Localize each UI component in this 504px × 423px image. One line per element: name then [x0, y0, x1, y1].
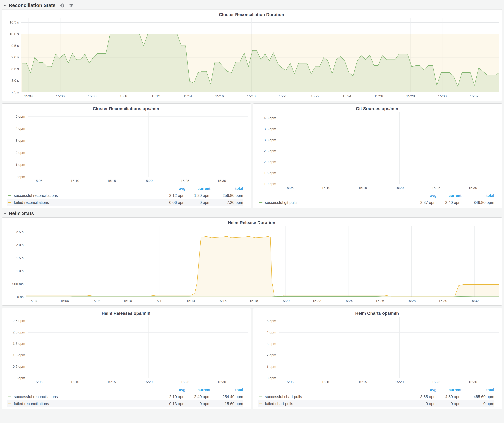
grid-line [279, 344, 499, 344]
legend-stat-value: 3.85 opm [410, 394, 437, 399]
panel-title[interactable]: Cluster Reconciliation Duration [4, 11, 499, 18]
x-axis-label: 15:26 [374, 94, 383, 98]
line-chart-canvas [26, 226, 499, 297]
x-axis-label: 15:32 [470, 299, 479, 303]
grid-line [148, 317, 149, 378]
chevron-down-icon[interactable] [3, 4, 6, 7]
x-axis-label: 15:24 [342, 94, 351, 98]
legend-stat-value: 2.40 opm [437, 200, 462, 205]
y-axis: 4.0 opm3.5 opm3.0 opm2.5 opm2.0 opm1.5 o… [255, 112, 279, 184]
x-axis: 15:0515:1015:1515:2015:2515:30 [28, 177, 248, 184]
legend-column-header[interactable]: total [210, 186, 243, 191]
panel-title[interactable]: Helm Release Duration [4, 219, 499, 226]
x-axis-label: 15:14 [183, 94, 192, 98]
y-axis: 2.5 opm2.0 opm1.5 opm1.0 opm0.5 opm0 opm [4, 317, 28, 378]
y-axis-label: 2.5 opm [13, 319, 25, 323]
legend-series: successful git pulls [258, 200, 410, 205]
legend-column-header[interactable]: current [186, 388, 210, 392]
y-axis-label: 2.0 opm [264, 160, 276, 164]
section-title[interactable]: Reconciliation Stats [9, 3, 55, 8]
legend-series: failed reconciliations [7, 401, 159, 406]
legend-stat-value: 254.40 opm [210, 394, 243, 399]
helm-release-yellow-fill [26, 236, 499, 297]
legend-series: successful chart pulls [258, 394, 410, 399]
grid-line [28, 332, 248, 333]
grid-line [289, 112, 289, 184]
y-axis-label: 5 opm [16, 114, 25, 118]
section-title[interactable]: Helm Stats [9, 211, 34, 216]
y-axis-label: 9.5 s [11, 44, 19, 48]
chevron-down-icon[interactable] [3, 212, 6, 215]
legend-stat-value: 2.10 opm [159, 394, 186, 399]
legend-series-label[interactable]: failed chart pulls [265, 401, 293, 406]
trash-icon[interactable] [69, 3, 73, 8]
legend-cluster-reconciliations: avgcurrenttotalsuccessful reconciliation… [4, 184, 248, 207]
x-axis-label: 15:28 [406, 94, 415, 98]
panel-title[interactable]: Helm Charts ops/min [255, 310, 499, 317]
legend-series-label[interactable]: successful chart pulls [265, 394, 302, 399]
x-axis-label: 15:14 [186, 299, 195, 303]
grid-line [279, 332, 499, 333]
x-axis-label: 15:06 [56, 94, 65, 98]
y-axis-label: 1.0 opm [13, 353, 25, 357]
legend-stat-value: 256.80 opm [210, 193, 243, 198]
x-axis-label: 15:32 [470, 94, 479, 98]
x-axis-label: 15:30 [438, 94, 447, 98]
x-axis-label: 15:25 [181, 380, 189, 384]
legend-column-header[interactable]: total [210, 388, 243, 392]
panel-cluster-reconciliations: Cluster Reconciliations ops/min 5 opm4 o… [2, 103, 251, 208]
legend-column-header[interactable]: total [462, 194, 494, 198]
panel-title[interactable]: Cluster Reconciliations ops/min [4, 105, 248, 112]
panel-helm-charts: Helm Charts ops/min 5 opm4 opm3 opm2 opm… [253, 308, 502, 409]
legend-column-header[interactable]: total [462, 388, 494, 392]
legend-column-header[interactable]: avg [159, 388, 186, 392]
y-axis-label: 4 opm [16, 127, 25, 131]
panel-git-sources: Git Sources ops/min 4.0 opm3.5 opm3.0 op… [253, 103, 502, 208]
legend-column-header[interactable]: avg [410, 388, 437, 392]
y-axis-label: 3 opm [267, 342, 276, 346]
legend-series: failed chart pulls [258, 401, 410, 406]
legend-header-row: avgcurrenttotal [258, 192, 494, 199]
legend-column-header[interactable]: current [437, 388, 462, 392]
legend-stat-value: 0 opm [186, 200, 210, 205]
grid-line [436, 112, 436, 184]
panel-title[interactable]: Git Sources ops/min [255, 105, 499, 112]
legend-series: successful reconciliations [7, 394, 159, 399]
x-axis-label: 15:05 [34, 179, 42, 183]
grid-line [279, 118, 499, 118]
legend-series-label[interactable]: failed reconciliations [14, 200, 49, 205]
grid-line [279, 355, 499, 355]
legend-column-header[interactable]: avg [159, 186, 186, 191]
panel-title[interactable]: Helm Releases ops/min [4, 310, 248, 317]
legend-row: successful chart pulls3.85 opm4.80 opm46… [258, 393, 494, 400]
grid-line [75, 317, 75, 378]
legend-row: failed reconciliations0.13 opm0 opm15.60… [7, 400, 243, 407]
legend-stat-value: 1.20 opm [186, 193, 210, 198]
legend-row: successful git pulls2.87 opm2.40 opm346.… [258, 199, 494, 206]
gear-icon[interactable] [60, 3, 65, 8]
legend-series: failed reconciliations [7, 200, 159, 205]
y-axis-label: 8.5 s [11, 67, 19, 71]
x-axis-label: 15:15 [107, 179, 116, 183]
y-axis-label: 9.0 s [11, 55, 19, 59]
legend-series-label[interactable]: failed reconciliations [14, 401, 49, 406]
grid-line [28, 153, 248, 153]
legend-series-label[interactable]: successful reconciliations [14, 394, 58, 399]
legend-column-header[interactable]: current [186, 186, 210, 191]
legend-series-label[interactable]: successful git pulls [265, 200, 297, 205]
x-axis-label: 15:30 [438, 299, 447, 303]
grid-line [28, 367, 248, 367]
grid-line [28, 165, 248, 165]
legend-row: successful reconciliations2.12 opm1.20 o… [7, 192, 243, 199]
y-axis: 5 opm4 opm3 opm2 opm1 opm0 opm [255, 317, 279, 378]
y-axis-label: 500 ms [12, 282, 24, 286]
legend-column-header[interactable]: avg [410, 194, 437, 198]
grid-line [326, 317, 326, 378]
legend-stat-value: 7.20 opm [210, 200, 243, 205]
legend-stat-value: 4.80 opm [437, 394, 462, 399]
legend-series-label[interactable]: successful reconciliations [14, 193, 58, 198]
y-axis-label: 1.5 opm [264, 171, 276, 175]
legend-column-header[interactable]: current [437, 194, 462, 198]
x-axis: 15:0515:1015:1515:2015:2515:30 [279, 184, 499, 191]
legend-stat-value: 465.60 opm [462, 394, 494, 399]
